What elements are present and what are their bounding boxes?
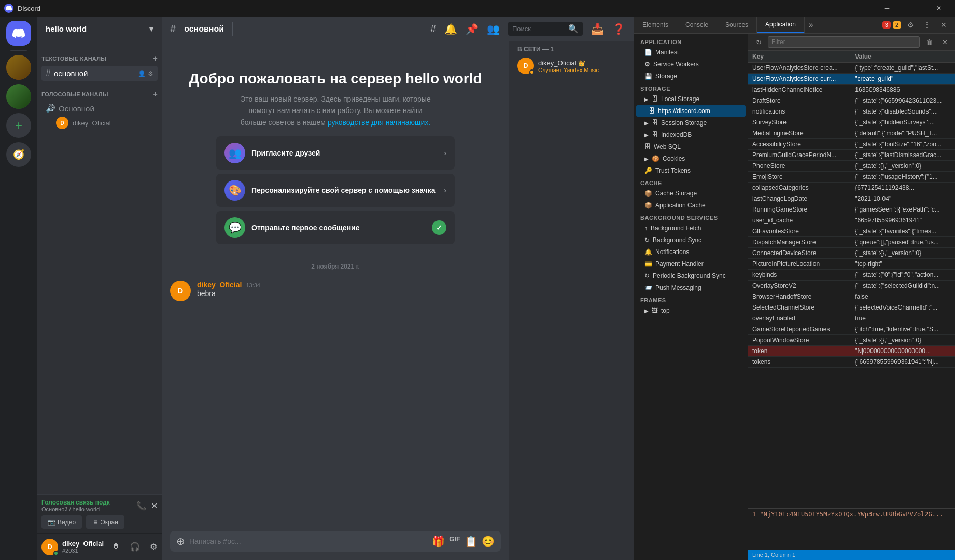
table-row[interactable]: SelectedChannelStore{"selectedVoiceChann… (748, 302, 955, 313)
table-row[interactable]: UserFlowAnalyticsStore-crea...{"type":"c… (748, 63, 955, 74)
delete-icon[interactable]: 🗑 (923, 36, 935, 48)
user-settings-button[interactable]: ⚙ (145, 539, 162, 555)
screen-button[interactable]: 🖥 Экран (86, 515, 124, 529)
table-row[interactable]: PremiumGuildGracePeriodN...{"_state":{"l… (748, 150, 955, 161)
table-row[interactable]: keybinds{"_state":{"0":{"id":"0","action… (748, 270, 955, 281)
table-row[interactable]: collapsedCategories{677125411192438... (748, 183, 955, 193)
add-voice-channel-icon[interactable]: + (152, 90, 158, 99)
table-row[interactable]: BrowserHandoffStorefalse (748, 291, 955, 302)
member-list-icon[interactable]: 👥 (487, 23, 500, 35)
disconnect-icon[interactable]: ✕ (151, 501, 158, 511)
nav-cookies[interactable]: ▶ 🍪 Cookies (636, 153, 746, 164)
filter-input[interactable] (768, 36, 920, 48)
table-row[interactable]: PopoutWindowStore{"_state":{},"_version"… (748, 335, 955, 346)
send-message-card[interactable]: 💬 Отправьте первое сообщение ✓ (216, 211, 455, 244)
table-row[interactable]: SurveyStore{"_state":{"hiddenSurveys":..… (748, 117, 955, 128)
gif-icon[interactable]: GIF (449, 535, 460, 548)
table-row[interactable]: user_id_cache"665978559969361941" (748, 215, 955, 226)
deafen-button[interactable]: 🎧 (127, 539, 143, 555)
nav-payment-handler[interactable]: 💳 Payment Handler (636, 258, 746, 270)
maximize-button[interactable]: □ (901, 0, 925, 17)
devtools-settings-icon[interactable]: ⚙ (903, 18, 918, 32)
gift-icon[interactable]: 🎁 (432, 535, 445, 548)
table-row[interactable]: GlFavoritesStore{"_state":{"favorites":{… (748, 226, 955, 237)
server-icon-2[interactable] (6, 84, 31, 109)
tab-application[interactable]: Application (757, 17, 805, 33)
customize-server-card[interactable]: 🎨 Персонализируйте свой сервер с помощью… (216, 174, 455, 207)
minimize-button[interactable]: ─ (875, 0, 899, 17)
settings-icon[interactable]: ⚙ (148, 70, 153, 77)
voice-channels-category[interactable]: ГОЛОСОВЫЕ КАНАЛЫ + (37, 81, 162, 101)
inbox-icon[interactable]: 📥 (591, 23, 604, 35)
server-icon-hw[interactable] (6, 21, 31, 46)
nav-local-storage[interactable]: ▶ 🗄 Local Storage (636, 93, 746, 105)
add-channel-icon[interactable]: + (152, 54, 158, 63)
table-row[interactable]: lastHiddenChannelNotice1635098346886 (748, 85, 955, 95)
search-bar[interactable]: Поиск 🔍 (508, 22, 583, 36)
voice-member-dikey[interactable]: D dikey_Oficial (41, 116, 158, 130)
table-row[interactable]: GameStoreReportedGames{"itch":true,"kden… (748, 324, 955, 335)
table-row[interactable]: tokens{"665978559969361941":"Nj... (748, 357, 955, 368)
sticker-icon[interactable]: 📋 (465, 535, 478, 548)
devtools-more-icon[interactable]: ⋮ (920, 18, 934, 32)
nav-service-workers[interactable]: ⚙ Service Workers (636, 59, 746, 70)
server-name-bar[interactable]: hello world ▾ (37, 17, 162, 41)
table-row[interactable]: ConnectedDeviceStore{"_state":{},"_versi… (748, 248, 955, 259)
nav-discord-com[interactable]: 🗄 https://discord.com (636, 105, 746, 117)
tab-sources[interactable]: Sources (717, 17, 757, 33)
nav-indexeddb[interactable]: ▶ 🗄 IndexedDB (636, 129, 746, 141)
table-row[interactable]: PhoneStore{"_state":{},"_version":0} (748, 161, 955, 172)
nav-app-cache[interactable]: 📦 Application Cache (636, 200, 746, 211)
phone-icon[interactable]: 📞 (136, 501, 147, 511)
nav-bg-sync[interactable]: ↻ Background Sync (636, 234, 746, 246)
refresh-icon[interactable]: ↻ (752, 36, 765, 48)
guide-link[interactable]: руководстве для начинающих. (328, 118, 430, 127)
table-row[interactable]: DispatchManagerStore{"queue":[],"paused"… (748, 237, 955, 248)
table-row[interactable]: lastChangeLogDate"2021-10-04" (748, 193, 955, 204)
close-button[interactable]: ✕ (927, 0, 951, 17)
message-input[interactable]: Написать #ос... (189, 537, 428, 545)
mute-button[interactable]: 🎙 (108, 539, 124, 555)
nav-web-sql[interactable]: 🗄 Web SQL (636, 141, 746, 152)
thread-icon[interactable]: # (430, 23, 436, 35)
add-invite-icon[interactable]: 👤 (138, 70, 146, 77)
table-row[interactable]: token"Nj000000000000000000... (748, 346, 955, 357)
nav-bg-fetch[interactable]: ↑ Background Fetch (636, 222, 746, 234)
table-row[interactable]: PictureInPictureLocation"top-right" (748, 259, 955, 270)
devtools-close-icon[interactable]: ✕ (936, 18, 951, 32)
table-row[interactable]: EmojiStore{"_state":{"usageHistory":{"1.… (748, 172, 955, 183)
notification-icon[interactable]: 🔔 (444, 23, 457, 35)
tab-console[interactable]: Console (677, 17, 717, 33)
voice-channel-основной[interactable]: 🔊 Основной (41, 102, 158, 115)
online-member-dikey[interactable]: D dikey_Oficial 👑 Слушает Yandex.Music (513, 55, 629, 76)
table-row[interactable]: AccessibilityStore{"_state":{"fontSize":… (748, 139, 955, 150)
nav-trust-tokens[interactable]: 🔑 Trust Tokens (636, 165, 746, 176)
table-row[interactable]: overlayEnabledtrue (748, 313, 955, 324)
tab-elements[interactable]: Elements (634, 17, 677, 33)
video-button[interactable]: 📷 Видео (41, 515, 82, 529)
nav-periodic-bg-sync[interactable]: ↻ Periodic Background Sync (636, 270, 746, 282)
server-icon-1[interactable] (6, 55, 31, 80)
invite-friends-card[interactable]: 👥 Пригласите друзей › (216, 136, 455, 170)
more-tabs-button[interactable]: » (805, 20, 818, 30)
nav-frames-top[interactable]: ▶ 🖼 top (636, 305, 746, 316)
table-row[interactable]: RunningGameStore{"gamesSeen":[{"exePath"… (748, 204, 955, 215)
table-row[interactable]: OverlayStoreV2{"_state":{"selectedGuildI… (748, 281, 955, 291)
nav-storage-overview[interactable]: 💾 Storage (636, 71, 746, 82)
close-filter-icon[interactable]: ✕ (938, 36, 951, 48)
help-icon[interactable]: ❓ (612, 23, 625, 35)
table-row[interactable]: notifications{"_state":{"disabledSounds"… (748, 106, 955, 117)
table-row[interactable]: MediaEngineStore{"default":{"mode":"PUSH… (748, 128, 955, 139)
channel-item-основной[interactable]: # основной 👤 ⚙ (41, 66, 158, 81)
explore-servers-button[interactable]: 🧭 (6, 142, 31, 167)
table-row[interactable]: UserFlowAnalyticsStore-curr..."create_gu… (748, 74, 955, 85)
emoji-icon[interactable]: 😊 (482, 535, 495, 548)
nav-manifest[interactable]: 📄 Manifest (636, 47, 746, 58)
pin-icon[interactable]: 📌 (466, 23, 479, 35)
add-file-icon[interactable]: ⊕ (176, 535, 185, 548)
table-row[interactable]: DraftStore{"_state":{"665996423611023... (748, 95, 955, 106)
add-server-button[interactable]: + (6, 113, 31, 138)
text-channels-category[interactable]: ТЕКСТОВЫЕ КАНАЛЫ + (37, 46, 162, 65)
nav-notifications[interactable]: 🔔 Notifications (636, 246, 746, 258)
nav-push-messaging[interactable]: 📨 Push Messaging (636, 282, 746, 293)
